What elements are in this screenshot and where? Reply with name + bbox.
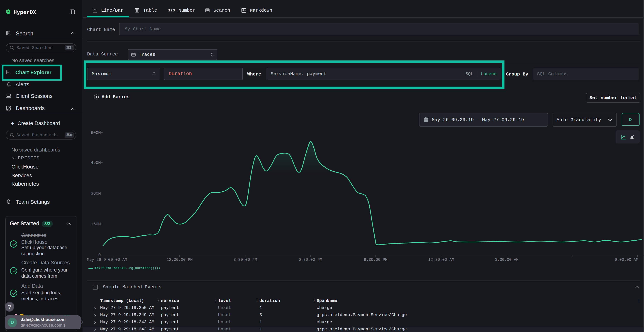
- svg-text:0: 0: [98, 253, 101, 258]
- svg-text:600M: 600M: [91, 130, 101, 135]
- svg-text:150M: 150M: [91, 222, 101, 227]
- svg-text:12:30:00 PM: 12:30:00 PM: [166, 258, 192, 262]
- svg-text:9:00:00 AM: 9:00:00 AM: [615, 258, 638, 262]
- svg-text:6:30:00 PM: 6:30:00 PM: [298, 258, 322, 262]
- svg-text:450M: 450M: [91, 160, 101, 165]
- svg-text:300M: 300M: [91, 191, 101, 196]
- svg-text:3:30:00 PM: 3:30:00 PM: [234, 258, 257, 262]
- svg-text:May 26 9:00:00 AM: May 26 9:00:00 AM: [87, 258, 127, 262]
- svg-text:12:30:00 AM: 12:30:00 AM: [428, 258, 454, 262]
- svg-text:3:30:00 AM: 3:30:00 AM: [495, 258, 518, 262]
- svg-text:9:30:00 PM: 9:30:00 PM: [364, 258, 388, 262]
